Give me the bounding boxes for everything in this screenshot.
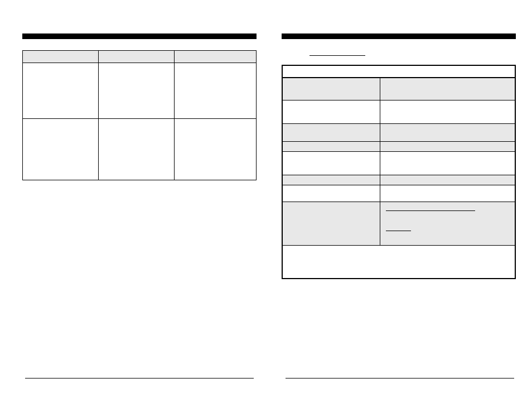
table-row xyxy=(282,100,515,123)
section-label xyxy=(309,50,365,56)
cell xyxy=(380,175,515,185)
table-row xyxy=(23,119,257,180)
footer-rule-left xyxy=(25,378,254,379)
heading-bar-left xyxy=(22,33,257,39)
left-table xyxy=(22,50,257,180)
cell xyxy=(175,63,257,119)
cell xyxy=(282,123,380,141)
cell xyxy=(380,151,515,175)
table-title-row xyxy=(282,65,515,78)
cell xyxy=(23,63,99,119)
cell xyxy=(380,202,515,245)
table-row xyxy=(282,78,515,100)
merged-cell xyxy=(282,245,515,279)
heading-bar-right xyxy=(282,33,516,39)
cell xyxy=(380,78,515,100)
cell xyxy=(99,63,175,119)
table-row xyxy=(282,202,515,245)
left-table-h2 xyxy=(99,51,175,63)
table-row xyxy=(282,185,515,202)
cell xyxy=(23,119,99,180)
cell xyxy=(380,100,515,123)
table-header-row xyxy=(23,51,257,63)
title-cell xyxy=(282,65,515,78)
table-row xyxy=(282,175,515,185)
cell xyxy=(380,123,515,141)
fill-line xyxy=(386,226,411,231)
fill-line xyxy=(386,205,475,211)
cell xyxy=(282,202,380,245)
cell xyxy=(380,185,515,202)
cell xyxy=(282,78,380,100)
cell xyxy=(282,185,380,202)
table-row xyxy=(23,63,257,119)
cell xyxy=(282,151,380,175)
left-table-h1 xyxy=(23,51,99,63)
footer-rule-right xyxy=(286,378,514,379)
cell xyxy=(380,141,515,151)
right-column xyxy=(282,33,516,279)
table-row xyxy=(282,151,515,175)
cell xyxy=(282,100,380,123)
table-row xyxy=(282,245,515,279)
table-row xyxy=(282,123,515,141)
cell xyxy=(175,119,257,180)
cell xyxy=(99,119,175,180)
cell xyxy=(282,141,380,151)
table-row xyxy=(282,141,515,151)
cell xyxy=(282,175,380,185)
left-table-h3 xyxy=(175,51,257,63)
right-table xyxy=(282,65,516,279)
left-column xyxy=(22,33,257,180)
